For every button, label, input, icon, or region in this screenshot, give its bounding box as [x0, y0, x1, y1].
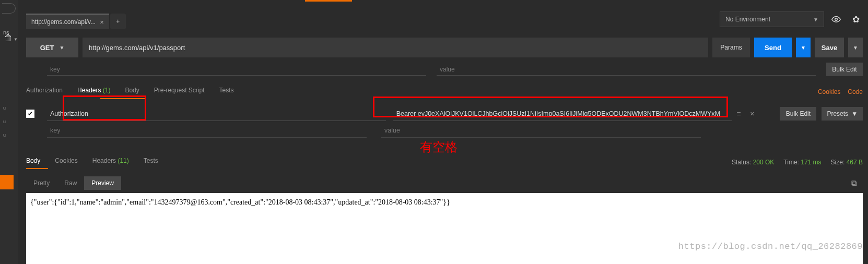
request-tab[interactable]: http://gems.com/api/v... ×	[26, 14, 109, 29]
size-label: Size:	[831, 159, 845, 166]
chevron-down-icon: ▼	[813, 17, 818, 22]
header-checkbox[interactable]: ✔	[26, 110, 34, 118]
response-tabs: Body Cookies Headers (11) Tests Status: …	[26, 155, 863, 169]
resp-tab-body[interactable]: Body	[26, 157, 40, 167]
tab-body[interactable]: Body	[125, 87, 139, 97]
link-cookies[interactable]: Cookies	[818, 88, 840, 95]
param-value-input[interactable]	[437, 63, 816, 76]
params-bulk-edit-button[interactable]: Bulk Edit	[826, 63, 863, 76]
params-button[interactable]: Params	[712, 38, 750, 57]
header-key-placeholder[interactable]	[47, 123, 367, 138]
resp-tab-tests[interactable]: Tests	[144, 157, 158, 167]
editor-tabs: Authorization Headers (1) Body Pre-reque…	[26, 85, 863, 99]
view-mode-tabs: Pretty Raw Preview ⧉	[26, 175, 863, 191]
status-value: 200 OK	[753, 159, 775, 166]
close-icon[interactable]: ×	[100, 18, 104, 26]
environment-select[interactable]: No Environment ▼	[720, 11, 824, 27]
add-tab-button[interactable]: +	[110, 14, 126, 29]
rail-selected-indicator	[0, 175, 14, 189]
environment-preview-icon[interactable]	[828, 11, 844, 27]
header-value-input[interactable]	[393, 106, 732, 121]
tab-headers[interactable]: Headers (1)	[77, 87, 110, 97]
save-dropdown[interactable]: ▼	[848, 38, 863, 57]
headers-bulk-edit-button[interactable]: Bulk Edit	[780, 107, 816, 121]
url-bar: GET ▼ Params Send ▼ Save ▼	[26, 38, 863, 57]
response-body[interactable]: {"user":{"id":1,"name":"admin","email":"…	[26, 193, 863, 264]
save-button[interactable]: Save	[815, 38, 844, 57]
resp-tab-underline	[26, 168, 48, 169]
url-input[interactable]	[83, 38, 708, 57]
method-select[interactable]: GET ▼	[26, 38, 78, 57]
rail-ticks: u u u	[0, 105, 18, 138]
chevron-down-icon: ▼	[14, 37, 18, 42]
reorder-icon[interactable]: ≡	[732, 107, 745, 121]
resp-tab-headers[interactable]: Headers (11)	[92, 157, 129, 167]
status-line: Status: 200 OK	[732, 159, 774, 166]
rail-tick: u	[0, 133, 18, 138]
rail-tick: u	[0, 105, 18, 111]
presets-button[interactable]: Presets ▼	[822, 107, 863, 121]
size-value: 467 B	[847, 159, 863, 166]
tab-headers-count: (1)	[103, 87, 111, 94]
chevron-down-icon: ▼	[59, 45, 64, 51]
status-label: Status:	[732, 159, 751, 166]
rail-tick: u	[0, 119, 18, 124]
rail-pill	[2, 3, 16, 14]
tab-tests[interactable]: Tests	[219, 87, 233, 97]
send-button[interactable]: Send	[754, 38, 792, 57]
params-kv-row: Bulk Edit	[47, 63, 863, 76]
time-value: 171 ms	[801, 159, 821, 166]
annotation-text: 有空格	[420, 139, 458, 155]
resp-tab-headers-label: Headers	[92, 157, 116, 164]
header-key-input[interactable]	[47, 106, 386, 121]
environment-label: No Environment	[725, 16, 770, 23]
method-label: GET	[40, 44, 54, 52]
ns-label: ns	[3, 29, 9, 35]
time-line: Time: 171 ms	[783, 159, 821, 166]
top-orange-indicator	[305, 0, 352, 2]
send-dropdown[interactable]: ▼	[796, 38, 811, 57]
view-pretty[interactable]: Pretty	[26, 176, 57, 190]
tab-prerequest[interactable]: Pre-request Script	[154, 87, 205, 97]
left-rail: ns 🗑▼ u u u	[0, 0, 18, 264]
presets-label: Presets	[827, 110, 848, 117]
header-value-placeholder[interactable]	[381, 123, 701, 138]
size-line: Size: 467 B	[831, 159, 863, 166]
time-label: Time:	[783, 159, 799, 166]
tab-title: http://gems.com/api/v...	[31, 18, 96, 26]
resp-tab-headers-count: (11)	[118, 157, 128, 164]
tab-underline	[100, 98, 146, 99]
svg-point-0	[835, 18, 838, 21]
gear-icon[interactable]: ✿	[848, 11, 864, 27]
tab-authorization[interactable]: Authorization	[26, 87, 63, 97]
copy-icon[interactable]: ⧉	[847, 176, 861, 190]
param-key-input[interactable]	[47, 63, 426, 76]
resp-tab-cookies[interactable]: Cookies	[55, 157, 77, 167]
view-preview[interactable]: Preview	[84, 176, 121, 190]
link-code[interactable]: Code	[848, 88, 863, 95]
header-row-empty	[47, 123, 863, 138]
header-row: ✔ ≡ × Bulk Edit Presets ▼	[26, 106, 863, 121]
delete-icon[interactable]: ×	[745, 107, 759, 121]
tab-headers-label: Headers	[77, 87, 101, 94]
chevron-down-icon: ▼	[851, 110, 858, 117]
view-raw[interactable]: Raw	[57, 176, 84, 190]
